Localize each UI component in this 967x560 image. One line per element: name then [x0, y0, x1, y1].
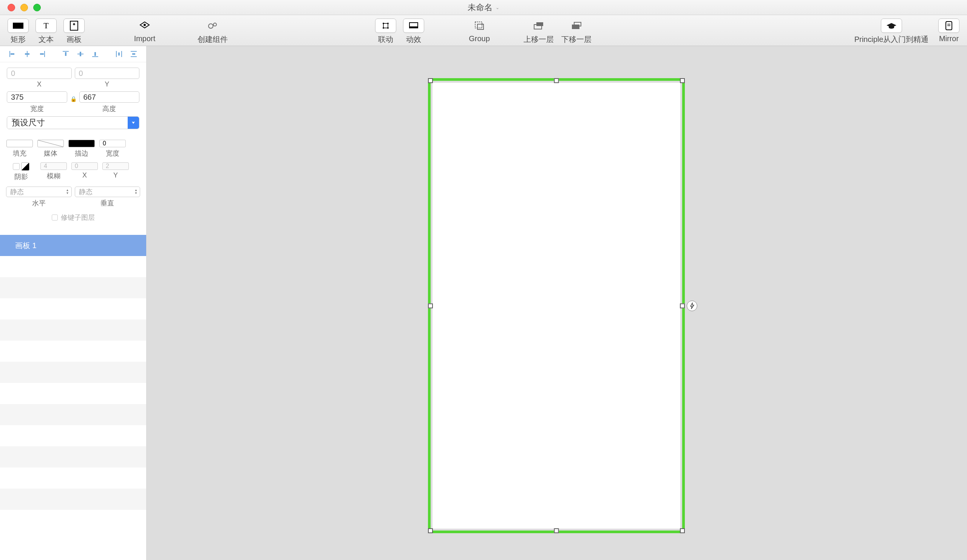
create-component-button[interactable]: 创建组件	[192, 18, 233, 44]
x-input[interactable]	[7, 68, 72, 79]
list-item	[0, 425, 146, 446]
distribute-h-button[interactable]	[113, 49, 125, 59]
align-left-button[interactable]	[7, 49, 18, 59]
height-input[interactable]	[79, 91, 140, 103]
text-tool-button[interactable]: T 文本	[34, 18, 58, 44]
align-right-button[interactable]	[36, 49, 48, 59]
vertical-scroll-select[interactable]: 静态 ▲▼	[75, 186, 140, 197]
svg-point-7	[213, 23, 216, 26]
resize-handle-ml[interactable]	[428, 303, 433, 308]
resize-handle-tl[interactable]	[428, 78, 433, 83]
position-inspector: X Y 宽度 🔒 高度 预设尺寸	[0, 62, 146, 134]
layer-item-selected[interactable]: 画板 1	[0, 235, 146, 256]
svg-rect-0	[13, 23, 23, 29]
horizontal-label: 水平	[32, 199, 46, 208]
width-label: 宽度	[30, 104, 44, 113]
lock-aspect-icon[interactable]: 🔒	[70, 96, 76, 102]
align-vcenter-button[interactable]	[74, 49, 86, 59]
stroke-width-label: 宽度	[106, 149, 119, 158]
layer-list: 画板 1	[0, 235, 146, 560]
group-button[interactable]: Group	[467, 18, 492, 43]
horizontal-scroll-select[interactable]: 静态 ▲▼	[6, 186, 72, 197]
align-bottom-button[interactable]	[89, 49, 101, 59]
minimize-window-icon[interactable]	[20, 4, 28, 12]
zoom-window-icon[interactable]	[33, 4, 41, 12]
resize-handle-bl[interactable]	[428, 528, 433, 533]
svg-rect-41	[118, 53, 120, 56]
distribute-v-button[interactable]	[128, 49, 139, 59]
close-window-icon[interactable]	[8, 4, 15, 12]
x-label: X	[37, 81, 41, 88]
artboard[interactable]	[432, 83, 680, 529]
svg-rect-2	[70, 21, 78, 30]
list-item	[0, 468, 146, 489]
blur-input[interactable]	[40, 162, 67, 170]
svg-rect-34	[65, 52, 66, 56]
align-top-button[interactable]	[60, 49, 72, 59]
list-item	[0, 510, 146, 531]
artboard-icon	[63, 18, 84, 33]
vertical-label: 垂直	[101, 199, 114, 208]
gears-icon	[202, 18, 223, 33]
resize-handle-br[interactable]	[680, 528, 685, 533]
clip-sublayers-checkbox[interactable]	[52, 214, 58, 221]
add-event-button[interactable]	[687, 301, 697, 311]
forward-icon	[528, 18, 549, 33]
fill-swatch[interactable]	[7, 140, 33, 147]
send-backward-button[interactable]: 下移一层	[559, 18, 593, 44]
height-label: 高度	[102, 104, 116, 113]
artboard-tool-button[interactable]: 画板	[62, 18, 86, 44]
drivers-button[interactable]: 联动	[374, 18, 398, 44]
bring-forward-button[interactable]: 上移一层	[521, 18, 556, 44]
list-item	[0, 341, 146, 362]
document-title[interactable]: 未命名 ⌄	[468, 2, 499, 13]
preset-size-select[interactable]: 预设尺寸	[7, 116, 139, 129]
media-swatch[interactable]	[37, 140, 64, 147]
list-item	[0, 489, 146, 510]
svg-rect-23	[572, 25, 579, 29]
align-hcenter-button[interactable]	[21, 49, 33, 59]
svg-rect-19	[477, 24, 484, 30]
main-area: X Y 宽度 🔒 高度 预设尺寸	[0, 46, 967, 560]
shadow-color-swatch[interactable]	[21, 162, 30, 171]
list-item	[0, 256, 146, 277]
width-input[interactable]	[7, 91, 67, 103]
svg-text:T: T	[43, 21, 49, 30]
artboard-selection[interactable]	[428, 78, 685, 533]
stroke-swatch[interactable]	[68, 140, 95, 147]
list-item	[0, 298, 146, 320]
stroke-width-input[interactable]	[99, 140, 126, 147]
y-label: Y	[105, 81, 109, 88]
import-button[interactable]: Import	[128, 18, 162, 44]
svg-rect-21	[536, 22, 543, 26]
y-input[interactable]	[75, 68, 140, 79]
svg-rect-32	[40, 53, 44, 55]
media-label: 媒体	[44, 149, 58, 158]
resize-handle-tr[interactable]	[680, 78, 685, 83]
resize-handle-tc[interactable]	[554, 78, 559, 83]
toolbar-center-group: 联动 动效 Group 上移一层 下移一层	[374, 18, 593, 44]
tutorial-button[interactable]: Principle从入门到精通	[850, 18, 933, 44]
shadow-x-input[interactable]	[71, 162, 98, 170]
mirror-icon	[938, 18, 959, 33]
toolbar: 矩形 T 文本 画板 Import	[0, 15, 967, 46]
animate-button[interactable]: 动效	[401, 18, 426, 44]
rectangle-tool-button[interactable]: 矩形	[6, 18, 30, 44]
layer-item-label: 画板 1	[15, 240, 36, 251]
canvas[interactable]	[147, 46, 967, 560]
list-item	[0, 320, 146, 341]
rectangle-icon	[8, 18, 29, 33]
svg-rect-18	[475, 22, 482, 28]
blur-label: 模糊	[47, 171, 61, 181]
mirror-button[interactable]: Mirror	[937, 18, 961, 44]
animate-icon	[403, 18, 424, 33]
svg-point-5	[144, 24, 146, 26]
resize-handle-bc[interactable]	[554, 528, 559, 533]
shadow-y-input[interactable]	[102, 162, 129, 170]
chevron-down-icon	[128, 117, 139, 129]
svg-rect-44	[132, 53, 135, 55]
toolbar-right-group: Principle从入门到精通 Mirror	[850, 18, 961, 44]
resize-handle-mr[interactable]	[680, 303, 685, 308]
shadow-checkbox[interactable]	[13, 163, 20, 170]
shadow-label: 阴影	[14, 172, 28, 181]
